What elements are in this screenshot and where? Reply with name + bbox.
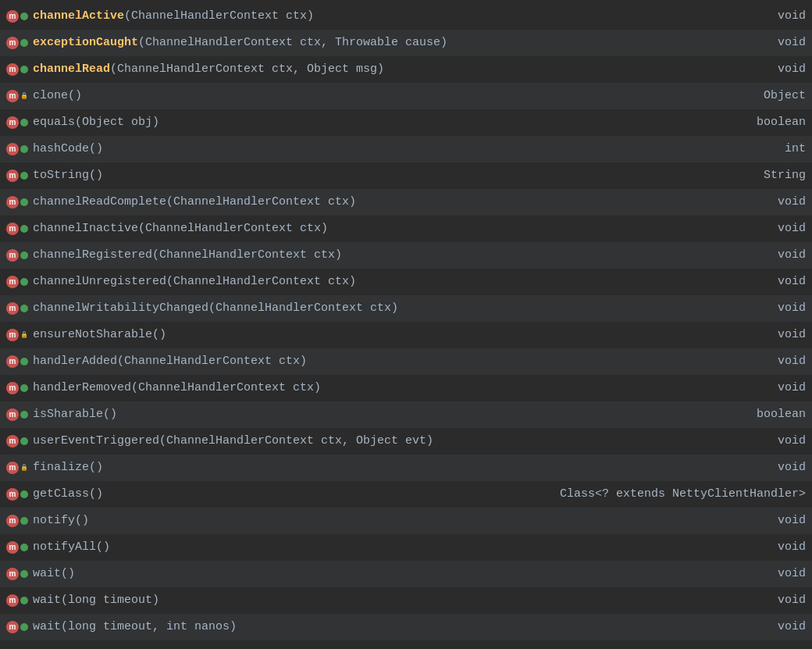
method-signature: userEventTriggered(ChannelHandlerContext…	[33, 428, 737, 455]
return-type: void	[743, 30, 806, 56]
lock-icon: 🔒	[20, 92, 28, 100]
public-icon	[20, 411, 28, 419]
method-signature: hashCode()	[33, 136, 737, 162]
method-row[interactable]: mhandlerAdded(ChannelHandlerContext ctx)…	[0, 348, 812, 375]
return-type: void	[743, 56, 806, 83]
method-signature: clone()	[33, 83, 737, 109]
public-icon	[20, 384, 28, 392]
icon-group: m	[6, 541, 28, 554]
icon-group: m	[6, 302, 28, 315]
return-type: int	[743, 136, 806, 162]
icon-group: m	[6, 435, 28, 448]
method-row[interactable]: mhandlerRemoved(ChannelHandlerContext ct…	[0, 375, 812, 401]
return-type: void	[743, 295, 806, 322]
method-icon: m	[6, 223, 19, 235]
method-icon: m	[6, 329, 19, 341]
icon-group: m	[6, 276, 28, 288]
method-row[interactable]: mtoString()String	[0, 162, 812, 189]
method-signature: exceptionCaught(ChannelHandlerContext ct…	[33, 30, 737, 56]
method-signature: isSharable()	[33, 401, 737, 428]
return-type: void	[743, 348, 806, 375]
return-type: boolean	[743, 401, 806, 428]
method-row[interactable]: mchannelRegistered(ChannelHandlerContext…	[0, 242, 812, 269]
method-icon: m	[6, 568, 19, 580]
return-type: void	[743, 322, 806, 348]
return-type: void	[743, 428, 806, 455]
return-type: void	[743, 614, 806, 640]
method-row[interactable]: mequals(Object obj)boolean	[0, 109, 812, 136]
icon-group: m🔒	[6, 329, 28, 341]
icon-group: m	[6, 594, 28, 607]
method-signature: channelWritabilityChanged(ChannelHandler…	[33, 295, 737, 322]
method-row[interactable]: m🔒ensureNotSharable()void	[0, 322, 812, 348]
return-type: void	[743, 189, 806, 216]
method-icon: m	[6, 594, 19, 607]
method-row[interactable]: mwait()void	[0, 561, 812, 587]
method-icon: m	[6, 169, 19, 182]
lock-icon: 🔒	[20, 464, 28, 472]
return-type: void	[743, 455, 806, 481]
public-icon	[20, 358, 28, 366]
method-signature: finalize()	[33, 455, 737, 481]
method-row[interactable]: m🔒clone()Object	[0, 83, 812, 109]
method-row[interactable]: mchannelActive(ChannelHandlerContext ctx…	[0, 3, 812, 30]
method-row[interactable]: mnotifyAll()void	[0, 534, 812, 561]
method-row[interactable]: m🔒finalize()void	[0, 455, 812, 481]
method-row[interactable]: mhashCode()int	[0, 136, 812, 162]
icon-group: m	[6, 355, 28, 368]
method-signature: channelInactive(ChannelHandlerContext ct…	[33, 216, 737, 242]
public-icon	[20, 623, 28, 631]
icon-group: m🔒	[6, 462, 28, 474]
public-icon	[20, 225, 28, 233]
icon-group: m	[6, 169, 28, 182]
method-signature: ensureNotSharable()	[33, 322, 737, 348]
method-row[interactable]: mnotify()void	[0, 508, 812, 534]
method-icon: m	[6, 462, 19, 474]
method-row[interactable]: mwait(long timeout, int nanos)void	[0, 614, 812, 640]
method-icon: m	[6, 408, 19, 421]
icon-group: m	[6, 249, 28, 262]
icon-group: m	[6, 621, 28, 633]
public-icon	[20, 437, 28, 445]
method-row[interactable]: muserEventTriggered(ChannelHandlerContex…	[0, 428, 812, 455]
return-type: String	[743, 162, 806, 189]
icon-group: m	[6, 568, 28, 580]
method-icon: m	[6, 10, 19, 23]
return-type: void	[743, 3, 806, 30]
return-type: void	[743, 375, 806, 401]
public-icon	[20, 305, 28, 312]
method-icon: m	[6, 621, 19, 633]
method-row[interactable]: misSharable()boolean	[0, 401, 812, 428]
method-icon: m	[6, 488, 19, 501]
return-type: Object	[743, 83, 806, 109]
method-icon: m	[6, 382, 19, 394]
icon-group: m	[6, 408, 28, 421]
method-row[interactable]: mgetClass()Class<? extends NettyClientHa…	[0, 481, 812, 508]
public-icon	[20, 172, 28, 180]
lock-icon: 🔒	[20, 331, 28, 339]
method-signature: handlerAdded(ChannelHandlerContext ctx)	[33, 348, 737, 375]
public-icon	[20, 251, 28, 259]
method-icon: m	[6, 196, 19, 209]
method-icon: m	[6, 276, 19, 288]
method-row[interactable]: mexceptionCaught(ChannelHandlerContext c…	[0, 30, 812, 56]
return-type: void	[743, 216, 806, 242]
method-icon: m	[6, 116, 19, 129]
method-row[interactable]: mchannelWritabilityChanged(ChannelHandle…	[0, 295, 812, 322]
method-icon: m	[6, 515, 19, 527]
public-icon	[20, 145, 28, 153]
public-icon	[20, 198, 28, 206]
return-type: void	[743, 561, 806, 587]
method-row[interactable]: mchannelInactive(ChannelHandlerContext c…	[0, 216, 812, 242]
return-type: void	[743, 587, 806, 614]
method-row[interactable]: mchannelReadComplete(ChannelHandlerConte…	[0, 189, 812, 216]
icon-group: m	[6, 515, 28, 527]
method-row[interactable]: mchannelUnregistered(ChannelHandlerConte…	[0, 269, 812, 295]
method-row[interactable]: mchannelRead(ChannelHandlerContext ctx, …	[0, 56, 812, 83]
method-signature: channelUnregistered(ChannelHandlerContex…	[33, 269, 737, 295]
method-icon: m	[6, 302, 19, 315]
icon-group: m	[6, 382, 28, 394]
method-row[interactable]: mwait(long timeout)void	[0, 587, 812, 614]
method-signature: equals(Object obj)	[33, 109, 737, 136]
method-signature: channelReadComplete(ChannelHandlerContex…	[33, 189, 737, 216]
